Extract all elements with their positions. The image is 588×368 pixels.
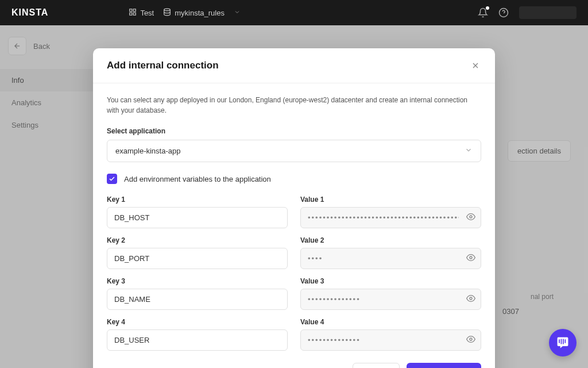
grid-icon (129, 8, 137, 18)
value-3-label: Value 3 (300, 277, 481, 285)
topbar-right (478, 6, 577, 19)
env-vars-checkbox[interactable] (107, 174, 117, 184)
value-1-input[interactable] (300, 207, 481, 228)
value-2-label: Value 2 (300, 236, 481, 244)
key-3-input[interactable] (107, 289, 288, 310)
eye-icon (466, 335, 475, 344)
application-select[interactable]: example-kinsta-app (107, 140, 481, 162)
key-4-input[interactable] (107, 329, 288, 351)
add-connection-button[interactable]: Add connection (407, 363, 481, 368)
value-4-input[interactable] (300, 329, 481, 351)
key-1-input[interactable] (107, 207, 288, 228)
modal-title: Add internal connection (107, 60, 219, 71)
env-vars-checkbox-label: Add environment variables to the applica… (124, 175, 271, 183)
cancel-button[interactable]: Cancel (353, 363, 400, 368)
modal-body: You can select any app deployed in our L… (93, 83, 495, 354)
svg-point-12 (470, 297, 472, 300)
intercom-icon (556, 336, 570, 350)
checkmark-icon (109, 175, 115, 182)
key-3-label: Key 3 (107, 277, 288, 285)
key-2-label: Key 2 (107, 236, 288, 244)
value-3-input[interactable] (300, 289, 481, 310)
key-2-input[interactable] (107, 248, 288, 269)
reveal-value-4-button[interactable] (466, 335, 475, 346)
key-4-label: Key 4 (107, 318, 288, 326)
value-2-input[interactable] (300, 248, 481, 269)
svg-point-4 (164, 9, 171, 10)
eye-icon (466, 212, 475, 221)
notification-dot (486, 6, 489, 10)
close-icon (471, 61, 480, 70)
select-application-label: Select application (107, 127, 481, 135)
key-1-label: Key 1 (107, 195, 288, 204)
breadcrumb: Test mykinsta_rules (129, 8, 241, 18)
database-icon (163, 8, 171, 18)
svg-rect-2 (134, 13, 136, 15)
svg-point-11 (470, 256, 472, 259)
notifications-icon[interactable] (478, 7, 488, 18)
svg-rect-0 (130, 9, 132, 11)
reveal-value-3-button[interactable] (466, 294, 475, 305)
breadcrumb-db[interactable]: mykinsta_rules (163, 8, 225, 18)
svg-point-13 (470, 338, 472, 340)
intercom-launcher[interactable] (549, 329, 577, 356)
eye-icon (466, 294, 475, 303)
value-1-label: Value 1 (300, 195, 481, 204)
svg-rect-1 (134, 9, 136, 11)
env-vars-checkbox-row: Add environment variables to the applica… (107, 174, 481, 184)
env-vars-grid: Key 1 Value 1 Key 2 (107, 195, 481, 351)
eye-icon (466, 253, 475, 262)
modal-header: Add internal connection (93, 48, 495, 83)
breadcrumb-app[interactable]: Test (129, 8, 154, 18)
breadcrumb-db-label: mykinsta_rules (175, 9, 225, 17)
help-icon[interactable] (498, 7, 509, 18)
breadcrumb-app-label: Test (140, 9, 154, 17)
kinsta-logo: KINSTA (11, 7, 48, 18)
account-menu[interactable] (519, 6, 577, 19)
modal-footer: Cancel Add connection (93, 354, 495, 368)
top-bar: KINSTA Test mykinsta_rules (0, 0, 588, 25)
modal-description: You can select any app deployed in our L… (107, 95, 481, 116)
close-button[interactable] (470, 60, 481, 71)
svg-point-10 (470, 216, 472, 218)
modal-overlay[interactable]: Add internal connection You can select a… (0, 25, 588, 368)
application-select-value: example-kinsta-app (115, 147, 180, 155)
svg-rect-3 (130, 13, 132, 15)
add-internal-connection-modal: Add internal connection You can select a… (93, 48, 495, 368)
chevron-down-icon (465, 146, 473, 156)
chevron-down-icon[interactable] (234, 9, 241, 17)
value-4-label: Value 4 (300, 318, 481, 326)
reveal-value-1-button[interactable] (466, 212, 475, 224)
reveal-value-2-button[interactable] (466, 253, 475, 264)
